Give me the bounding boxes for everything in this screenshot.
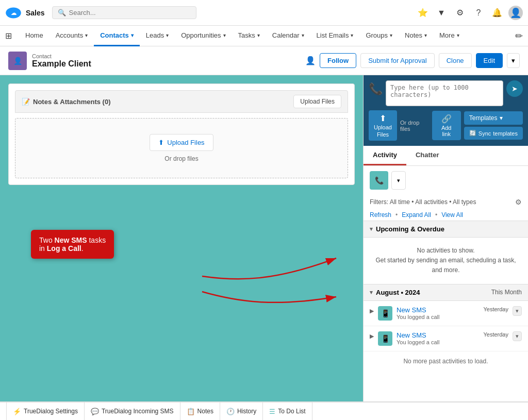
activity-item-1-dropdown[interactable]: ▾ bbox=[513, 306, 522, 316]
listemails-caret: ▾ bbox=[351, 32, 353, 38]
sms-input-row: 📞 ➤ bbox=[369, 80, 523, 106]
sms-actions-row: ⬆ Upload Files Or drop files 🔗 Add link … bbox=[369, 110, 523, 141]
filters-gear-icon[interactable]: ⚙ bbox=[515, 198, 522, 206]
nav-item-contacts[interactable]: Contacts ▾ bbox=[94, 26, 140, 46]
activity-item-2-caret[interactable]: ▶ bbox=[370, 333, 374, 340]
contact-label: Contact bbox=[32, 53, 300, 59]
upload-files-action-button[interactable]: ⬆ Upload Files bbox=[369, 110, 397, 141]
bottom-item-todo[interactable]: ☰ To Do List bbox=[263, 402, 312, 420]
august-header-label: August • 2024 bbox=[376, 289, 420, 296]
tab-chatter[interactable]: Chatter bbox=[406, 146, 449, 165]
activity-item-1-date: Yesterday bbox=[483, 306, 508, 312]
sms-middle-col: Or drop files bbox=[400, 120, 429, 132]
bottom-item-history[interactable]: 🕐 History bbox=[220, 402, 263, 420]
bottom-item-incoming-sms[interactable]: 💬 TrueDialog Incoming SMS bbox=[85, 402, 180, 420]
app-launcher-icon[interactable]: ⊞ bbox=[5, 31, 12, 41]
header-dropdown-button[interactable]: ▾ bbox=[507, 53, 520, 68]
nav-item-more[interactable]: More ▾ bbox=[433, 26, 466, 46]
header-actions: 👤 Follow Submit for Approval Clone Edit … bbox=[305, 53, 520, 68]
nav-item-calendar[interactable]: Calendar ▾ bbox=[266, 26, 310, 46]
nav-item-opportunities[interactable]: Opportunities ▾ bbox=[175, 26, 232, 46]
sms-phone-icon: 📞 bbox=[369, 82, 383, 96]
opp-caret: ▾ bbox=[223, 32, 226, 38]
sms-icon-1: 📱 bbox=[381, 309, 390, 317]
recent-items-button[interactable]: ▼ bbox=[434, 6, 449, 20]
nav-item-listemails[interactable]: List Emails ▾ bbox=[310, 26, 360, 46]
no-activities-text: No activities to show.Get started by sen… bbox=[364, 238, 528, 284]
bottom-bar: ⚡ TrueDialog Settings 💬 TrueDialog Incom… bbox=[0, 401, 528, 420]
leads-caret: ▾ bbox=[166, 32, 169, 38]
upload-files-button[interactable]: ⬆ Upload Files bbox=[150, 134, 213, 151]
bottom-item-notes[interactable]: 📋 Notes bbox=[180, 402, 220, 420]
incoming-sms-icon: 💬 bbox=[91, 408, 99, 415]
activity-item-1: ▶ 📱 New SMS You logged a call Yesterday … bbox=[364, 301, 528, 326]
user-avatar[interactable]: 👤 bbox=[508, 6, 523, 20]
setup-button[interactable]: ⚙ bbox=[453, 6, 467, 20]
left-panel: 📝 Notes & Attachments (0) Upload Files ⬆… bbox=[0, 75, 363, 401]
contacts-caret: ▾ bbox=[131, 32, 134, 38]
activity-item-1-title[interactable]: New SMS bbox=[397, 306, 479, 314]
calendar-caret: ▾ bbox=[302, 32, 304, 38]
tooltip-text-before: Two bbox=[39, 236, 55, 244]
expand-all-link[interactable]: Expand All bbox=[402, 211, 431, 219]
sync-templates-button[interactable]: 🔄 Sync templates bbox=[464, 127, 523, 140]
activity-item-2-sub: You logged a call bbox=[397, 339, 479, 345]
app-name: Sales bbox=[26, 9, 45, 17]
person-icon[interactable]: 👤 bbox=[305, 56, 316, 65]
activity-item-2-title[interactable]: New SMS bbox=[397, 331, 479, 339]
nav-item-accounts[interactable]: Accounts ▾ bbox=[50, 26, 94, 46]
clone-button[interactable]: Clone bbox=[439, 53, 472, 68]
favorites-button[interactable]: ⭐ bbox=[416, 6, 430, 20]
sms-send-button[interactable]: ➤ bbox=[506, 80, 523, 97]
activity-item-2-dropdown[interactable]: ▾ bbox=[513, 331, 522, 341]
salesforce-logo: ☁ bbox=[5, 5, 22, 21]
svg-text:☁: ☁ bbox=[11, 9, 16, 15]
dot-2: • bbox=[435, 211, 437, 219]
this-month-label: This Month bbox=[491, 289, 522, 296]
august-caret-icon: ▾ bbox=[370, 289, 373, 296]
bottom-item-truedialog-settings[interactable]: ⚡ TrueDialog Settings bbox=[6, 402, 85, 420]
nav-edit-icon[interactable]: ✏ bbox=[515, 30, 523, 42]
history-icon: 🕐 bbox=[226, 408, 235, 415]
top-navigation: ☁ Sales 🔍 ⭐ ▼ ⚙ ? 🔔 👤 bbox=[0, 0, 528, 26]
activity-item-2-date: Yesterday bbox=[483, 331, 508, 338]
activity-section: Activity Chatter 📞 ▾ Filters: All time •… bbox=[364, 146, 528, 401]
refresh-link[interactable]: Refresh bbox=[370, 211, 391, 219]
log-call-icon: 📞 bbox=[375, 176, 384, 184]
sms-textarea[interactable] bbox=[386, 80, 503, 106]
add-link-button[interactable]: 🔗 Add link bbox=[432, 111, 461, 140]
edit-button[interactable]: Edit bbox=[476, 53, 503, 68]
notes-attachments-section: 📝 Notes & Attachments (0) Upload Files ⬆… bbox=[8, 83, 355, 185]
filters-row: Filters: All time • All activities • All… bbox=[364, 195, 528, 209]
sms-icon-2: 📱 bbox=[381, 334, 390, 343]
log-call-dropdown-button[interactable]: ▾ bbox=[391, 171, 406, 190]
no-more-activities-text: No more past activities to load. bbox=[364, 351, 528, 371]
contact-info: Contact Example Client bbox=[32, 53, 300, 69]
notifications-button[interactable]: 🔔 bbox=[490, 6, 504, 20]
activity-item-1-caret[interactable]: ▶ bbox=[370, 308, 374, 314]
log-call-button[interactable]: 📞 bbox=[370, 171, 388, 190]
follow-button[interactable]: Follow bbox=[320, 53, 356, 68]
or-drop-label: Or drop files bbox=[400, 120, 429, 132]
templates-button[interactable]: Templates ▾ bbox=[464, 111, 523, 125]
accounts-caret: ▾ bbox=[85, 32, 88, 38]
tab-activity[interactable]: Activity bbox=[364, 146, 406, 165]
view-all-link[interactable]: View All bbox=[441, 211, 463, 219]
activity-item-2: ▶ 📱 New SMS You logged a call Yesterday … bbox=[364, 326, 528, 351]
contact-header: 👤 Contact Example Client 👤 Follow Submit… bbox=[0, 46, 528, 75]
nav-item-tasks[interactable]: Tasks ▾ bbox=[232, 26, 266, 46]
nav-icons-group: ⭐ ▼ ⚙ ? 🔔 👤 bbox=[416, 6, 523, 20]
nav-item-leads[interactable]: Leads ▾ bbox=[140, 26, 175, 46]
filters-text: Filters: All time • All activities • All… bbox=[370, 198, 476, 206]
search-input[interactable] bbox=[69, 9, 191, 16]
help-button[interactable]: ? bbox=[471, 6, 486, 20]
nav-item-home[interactable]: Home bbox=[19, 26, 50, 46]
secondary-navigation: ⊞ Home Accounts ▾ Contacts ▾ Leads ▾ Opp… bbox=[0, 26, 528, 46]
nav-item-groups[interactable]: Groups ▾ bbox=[359, 26, 399, 46]
nav-item-notes[interactable]: Notes ▾ bbox=[399, 26, 433, 46]
submit-approval-button[interactable]: Submit for Approval bbox=[360, 53, 434, 68]
dot-1: • bbox=[395, 211, 398, 219]
upload-dropzone: ⬆ Upload Files Or drop files bbox=[15, 118, 348, 178]
upload-files-small-button[interactable]: Upload Files bbox=[293, 95, 341, 108]
log-call-row: 📞 ▾ bbox=[364, 166, 528, 195]
